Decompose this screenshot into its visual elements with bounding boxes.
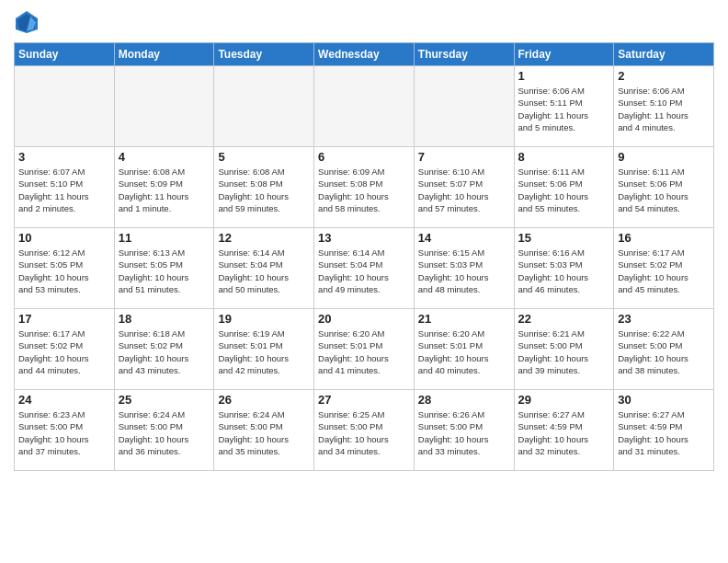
day-number: 5 (218, 150, 310, 164)
day-info: Sunrise: 6:24 AM Sunset: 5:00 PM Dayligh… (218, 408, 310, 457)
day-info: Sunrise: 6:08 AM Sunset: 5:09 PM Dayligh… (119, 166, 210, 214)
day-number: 11 (119, 231, 210, 245)
day-number: 30 (618, 393, 710, 407)
week-row-4: 17Sunrise: 6:17 AM Sunset: 5:02 PM Dayli… (15, 309, 714, 390)
day-number: 28 (418, 393, 510, 407)
day-cell (414, 66, 514, 147)
day-cell: 20Sunrise: 6:20 AM Sunset: 5:01 PM Dayli… (314, 309, 415, 390)
day-info: Sunrise: 6:12 AM Sunset: 5:05 PM Dayligh… (18, 247, 110, 295)
day-cell: 15Sunrise: 6:16 AM Sunset: 5:03 PM Dayli… (514, 228, 614, 309)
day-info: Sunrise: 6:20 AM Sunset: 5:01 PM Dayligh… (318, 327, 410, 376)
day-number: 26 (218, 393, 310, 407)
day-number: 22 (518, 312, 610, 326)
day-cell: 11Sunrise: 6:13 AM Sunset: 5:05 PM Dayli… (114, 228, 214, 309)
day-number: 16 (618, 231, 710, 245)
day-number: 23 (618, 312, 710, 326)
day-number: 19 (218, 312, 310, 326)
day-cell: 5Sunrise: 6:08 AM Sunset: 5:08 PM Daylig… (214, 147, 314, 228)
day-number: 3 (18, 150, 110, 164)
day-number: 29 (518, 393, 610, 407)
day-cell: 24Sunrise: 6:23 AM Sunset: 5:00 PM Dayli… (15, 390, 115, 471)
day-cell: 13Sunrise: 6:14 AM Sunset: 5:04 PM Dayli… (314, 228, 415, 309)
day-info: Sunrise: 6:24 AM Sunset: 5:00 PM Dayligh… (119, 408, 210, 457)
weekday-header-row: SundayMondayTuesdayWednesdayThursdayFrid… (15, 43, 714, 66)
day-number: 14 (418, 231, 510, 245)
weekday-sunday: Sunday (15, 43, 115, 66)
day-info: Sunrise: 6:14 AM Sunset: 5:04 PM Dayligh… (218, 247, 310, 295)
week-row-2: 3Sunrise: 6:07 AM Sunset: 5:10 PM Daylig… (15, 147, 714, 228)
day-cell: 18Sunrise: 6:18 AM Sunset: 5:02 PM Dayli… (114, 309, 214, 390)
day-info: Sunrise: 6:26 AM Sunset: 5:00 PM Dayligh… (418, 408, 510, 457)
day-number: 7 (418, 150, 510, 164)
day-cell: 10Sunrise: 6:12 AM Sunset: 5:05 PM Dayli… (15, 228, 115, 309)
day-info: Sunrise: 6:19 AM Sunset: 5:01 PM Dayligh… (218, 327, 310, 376)
weekday-wednesday: Wednesday (314, 43, 415, 66)
day-cell: 27Sunrise: 6:25 AM Sunset: 5:00 PM Dayli… (314, 390, 415, 471)
day-number: 24 (18, 393, 110, 407)
day-info: Sunrise: 6:27 AM Sunset: 4:59 PM Dayligh… (618, 408, 710, 457)
day-info: Sunrise: 6:22 AM Sunset: 5:00 PM Dayligh… (618, 327, 710, 376)
day-info: Sunrise: 6:18 AM Sunset: 5:02 PM Dayligh… (119, 327, 210, 376)
day-cell: 1Sunrise: 6:06 AM Sunset: 5:11 PM Daylig… (514, 66, 614, 147)
day-info: Sunrise: 6:14 AM Sunset: 5:04 PM Dayligh… (318, 247, 410, 295)
day-cell (214, 66, 314, 147)
day-number: 4 (119, 150, 210, 164)
day-cell: 21Sunrise: 6:20 AM Sunset: 5:01 PM Dayli… (414, 309, 514, 390)
day-info: Sunrise: 6:16 AM Sunset: 5:03 PM Dayligh… (518, 247, 610, 295)
day-cell: 29Sunrise: 6:27 AM Sunset: 4:59 PM Dayli… (514, 390, 614, 471)
day-cell (15, 66, 115, 147)
day-number: 9 (618, 150, 710, 164)
day-cell: 25Sunrise: 6:24 AM Sunset: 5:00 PM Dayli… (114, 390, 214, 471)
day-info: Sunrise: 6:17 AM Sunset: 5:02 PM Dayligh… (618, 247, 710, 295)
day-number: 21 (418, 312, 510, 326)
day-info: Sunrise: 6:13 AM Sunset: 5:05 PM Dayligh… (119, 247, 210, 295)
day-cell: 17Sunrise: 6:17 AM Sunset: 5:02 PM Dayli… (15, 309, 115, 390)
day-cell: 8Sunrise: 6:11 AM Sunset: 5:06 PM Daylig… (514, 147, 614, 228)
day-number: 2 (618, 69, 710, 83)
day-info: Sunrise: 6:21 AM Sunset: 5:00 PM Dayligh… (518, 327, 610, 376)
weekday-tuesday: Tuesday (214, 43, 314, 66)
day-cell: 16Sunrise: 6:17 AM Sunset: 5:02 PM Dayli… (614, 228, 714, 309)
day-number: 25 (119, 393, 210, 407)
header (14, 9, 714, 35)
day-info: Sunrise: 6:10 AM Sunset: 5:07 PM Dayligh… (418, 166, 510, 214)
weekday-thursday: Thursday (414, 43, 514, 66)
day-cell: 7Sunrise: 6:10 AM Sunset: 5:07 PM Daylig… (414, 147, 514, 228)
day-cell: 12Sunrise: 6:14 AM Sunset: 5:04 PM Dayli… (214, 228, 314, 309)
day-number: 15 (518, 231, 610, 245)
day-number: 1 (518, 69, 610, 83)
day-cell: 26Sunrise: 6:24 AM Sunset: 5:00 PM Dayli… (214, 390, 314, 471)
day-info: Sunrise: 6:27 AM Sunset: 4:59 PM Dayligh… (518, 408, 610, 457)
day-info: Sunrise: 6:15 AM Sunset: 5:03 PM Dayligh… (418, 247, 510, 295)
day-cell: 6Sunrise: 6:09 AM Sunset: 5:08 PM Daylig… (314, 147, 415, 228)
day-info: Sunrise: 6:11 AM Sunset: 5:06 PM Dayligh… (618, 166, 710, 214)
week-row-5: 24Sunrise: 6:23 AM Sunset: 5:00 PM Dayli… (15, 390, 714, 471)
day-info: Sunrise: 6:06 AM Sunset: 5:10 PM Dayligh… (618, 85, 710, 133)
weekday-monday: Monday (114, 43, 214, 66)
day-cell: 4Sunrise: 6:08 AM Sunset: 5:09 PM Daylig… (114, 147, 214, 228)
day-cell (314, 66, 415, 147)
logo (14, 9, 43, 35)
day-cell: 2Sunrise: 6:06 AM Sunset: 5:10 PM Daylig… (614, 66, 714, 147)
day-info: Sunrise: 6:17 AM Sunset: 5:02 PM Dayligh… (18, 327, 110, 376)
day-cell (114, 66, 214, 147)
day-number: 20 (318, 312, 410, 326)
day-info: Sunrise: 6:08 AM Sunset: 5:08 PM Dayligh… (218, 166, 310, 214)
day-number: 8 (518, 150, 610, 164)
day-info: Sunrise: 6:20 AM Sunset: 5:01 PM Dayligh… (418, 327, 510, 376)
day-cell: 28Sunrise: 6:26 AM Sunset: 5:00 PM Dayli… (414, 390, 514, 471)
day-info: Sunrise: 6:11 AM Sunset: 5:06 PM Dayligh… (518, 166, 610, 214)
day-cell: 9Sunrise: 6:11 AM Sunset: 5:06 PM Daylig… (614, 147, 714, 228)
day-cell: 23Sunrise: 6:22 AM Sunset: 5:00 PM Dayli… (614, 309, 714, 390)
day-info: Sunrise: 6:25 AM Sunset: 5:00 PM Dayligh… (318, 408, 410, 457)
day-number: 6 (318, 150, 410, 164)
day-number: 17 (18, 312, 110, 326)
weekday-saturday: Saturday (614, 43, 714, 66)
page: SundayMondayTuesdayWednesdayThursdayFrid… (0, 0, 728, 480)
day-number: 12 (218, 231, 310, 245)
day-number: 13 (318, 231, 410, 245)
day-info: Sunrise: 6:09 AM Sunset: 5:08 PM Dayligh… (318, 166, 410, 214)
day-cell: 14Sunrise: 6:15 AM Sunset: 5:03 PM Dayli… (414, 228, 514, 309)
week-row-1: 1Sunrise: 6:06 AM Sunset: 5:11 PM Daylig… (15, 66, 714, 147)
day-number: 27 (318, 393, 410, 407)
